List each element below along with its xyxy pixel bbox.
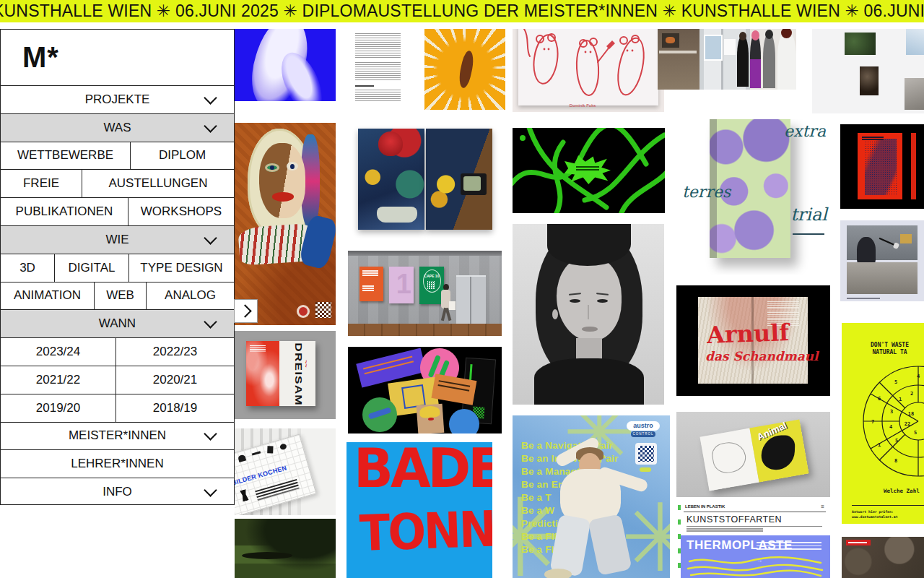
project-tile-dreisam-book[interactable]: DREISAM ~~ — [235, 331, 336, 419]
project-tile-bilder-kochen[interactable]: BILDER KOCHEN — [235, 428, 336, 515]
sidebar-label: INFO — [103, 485, 132, 499]
cover-text-placeholder — [862, 137, 884, 138]
microphone-arm — [879, 238, 897, 246]
sidebar-section-was[interactable]: WAS — [1, 113, 234, 142]
filter-publikationen[interactable]: PUBLIKATIONEN — [1, 198, 128, 225]
red-line-dog-drawing — [518, 29, 658, 105]
project-tile-badetonne[interactable]: BADE TONNE — [346, 442, 492, 578]
filter-2018-19[interactable]: 2018/19 — [116, 394, 234, 422]
chevron-down-icon — [204, 483, 217, 496]
shopping-bag — [449, 301, 456, 310]
chevron-down-icon — [204, 428, 217, 441]
red-book-cover — [858, 133, 902, 199]
sidebar-item-lehrerinnen[interactable]: LEHRER*INNEN — [1, 449, 234, 478]
qr-code-icon — [427, 281, 435, 289]
open-book: DREISAM ~~ — [246, 341, 315, 406]
sidebar-label: WANN — [99, 316, 136, 331]
chevron-right-icon — [238, 304, 251, 317]
filter-freie[interactable]: FREIE — [1, 170, 82, 197]
project-tile-austro-control-poster[interactable]: ✳ ✳ ✳ Be a Navigation*air Be an Innovati… — [513, 415, 670, 578]
project-tile-cape10-posters[interactable]: 1 CAPE 10 — [348, 251, 502, 336]
hamburger-menu-icon[interactable]: ≡ — [821, 504, 824, 510]
project-tile-book-text-page[interactable] — [346, 29, 408, 107]
project-tile-dog-drawings[interactable]: Dominik Fuks — [513, 29, 664, 112]
filter-workshops[interactable]: WORKSHOPS — [128, 198, 234, 225]
poster-headline: DON'T WASTE NATURAL TA — [871, 342, 909, 357]
strawberry-hood-figure — [378, 131, 403, 156]
filter-digital[interactable]: DIGITAL — [55, 254, 129, 282]
red-script-mark: ~~ — [304, 360, 310, 381]
project-tile-garden-photo[interactable] — [235, 519, 336, 578]
portrait-sweater — [534, 358, 644, 405]
text-lines-placeholder — [355, 33, 401, 58]
project-tile-thermoplaste-slide[interactable]: LEBEN IN PLASTIK ≡ KUNSTSTOFFARTEN THERM… — [676, 502, 830, 578]
filter-diplom[interactable]: DIPLOM — [131, 142, 234, 170]
filter-web[interactable]: WEB — [95, 282, 147, 310]
sidebar-section-wann[interactable]: WANN — [1, 309, 234, 337]
number-wheel-diagram — [850, 356, 924, 493]
project-tile-embroidered-portrait[interactable] — [235, 123, 336, 325]
filter-analog[interactable]: ANALOG — [147, 282, 234, 310]
filter-austellungen[interactable]: AUSTELLUNGEN — [82, 170, 234, 197]
visitor-silhouette — [777, 30, 796, 90]
shelf — [659, 51, 697, 53]
sidebar-expand-button[interactable] — [234, 299, 258, 323]
sidebar-item-projekte[interactable]: PROJEKTE — [1, 85, 234, 113]
project-tile-game-screenshot[interactable] — [842, 537, 924, 578]
slide-header-row: LEBEN IN PLASTIK ≡ — [684, 504, 826, 512]
magazine-left-page — [358, 129, 424, 230]
sidebar-item-info[interactable]: INFO — [1, 478, 234, 506]
filter-type-design[interactable]: TYPE DESIGN — [129, 254, 234, 282]
sidebar-section-wie[interactable]: WIE — [1, 225, 234, 254]
trampoline-shape — [242, 552, 292, 559]
project-tile-animal-magazine[interactable]: Animal — [676, 412, 830, 497]
sidebar-item-meisterinnen[interactable]: MEISTER*INNEN — [1, 422, 234, 450]
portrait-eye — [597, 299, 608, 303]
project-tile-exhibition-photo[interactable] — [658, 29, 796, 90]
project-tile-green-scribbles[interactable] — [513, 128, 665, 213]
red-cover-page — [246, 341, 279, 406]
project-tile-arnulf-book[interactable]: Arnulf das Schandmaul — [676, 285, 830, 396]
project-tile-sticker-collage[interactable] — [348, 347, 502, 434]
project-tile-collage-magazine[interactable] — [348, 123, 504, 238]
wall-poster — [704, 35, 723, 61]
lilac-poster: 1 — [389, 267, 414, 303]
filter-2020-21[interactable]: 2020/21 — [116, 366, 234, 394]
project-tile-red-book[interactable] — [840, 124, 924, 209]
filter-wettbewerbe[interactable]: WETTBEWERBE — [1, 142, 131, 170]
project-tile-bw-portrait[interactable] — [513, 224, 664, 405]
portrait-eye — [570, 299, 580, 303]
sidebar-label: LEHRER*INNEN — [71, 457, 163, 471]
yellow-cover: Animal — [749, 419, 808, 482]
sidebar-label: MEISTER*INNEN — [69, 428, 166, 443]
filter-2022-23[interactable]: 2022/23 — [116, 338, 234, 366]
page: KUNSTHALLE WIEN ✳ 06.JUNI 2025 ✳ DIPLOMA… — [0, 0, 924, 578]
filter-animation[interactable]: ANIMATION — [1, 282, 95, 310]
filter-2023-24[interactable]: 2023/24 — [1, 338, 116, 366]
chevron-down-icon — [204, 231, 217, 244]
portrait-ear — [552, 309, 558, 319]
filter-3d[interactable]: 3D — [1, 254, 55, 282]
project-tile-photo-grid-page[interactable] — [812, 29, 924, 113]
project-tile-extraterrestrial-book[interactable]: extra terres trial — [676, 119, 830, 275]
photo-sticker — [417, 404, 445, 434]
line-art-page — [699, 428, 759, 491]
poster-title: CAPE 10 — [419, 274, 444, 278]
picture-frame — [900, 234, 912, 243]
green-circle-sticker — [362, 397, 397, 432]
filter-2019-20[interactable]: 2019/20 — [1, 394, 116, 422]
project-tile-dont-waste-talent-poster[interactable]: DON'T WASTE NATURAL TA 4 5 6 7 1 8 2 1 — [842, 323, 924, 524]
project-tile-banana-poster[interactable] — [424, 29, 505, 110]
cover-caption-placeholder — [793, 233, 824, 235]
project-tile-podcast-photos[interactable] — [840, 220, 924, 301]
podcast-photo-bottom — [847, 262, 918, 294]
cover-word: trial — [790, 204, 827, 225]
arrow-icon: → — [757, 557, 762, 564]
project-tile-blue-figure[interactable] — [235, 29, 336, 101]
sidebar-label: PROJEKTE — [85, 92, 150, 107]
slide-kicker: LEBEN IN PLASTIK — [685, 504, 725, 509]
small-photo — [905, 78, 924, 110]
caption-placeholder — [847, 298, 880, 299]
filter-2021-22[interactable]: 2021/22 — [1, 366, 116, 394]
site-logo[interactable]: M* — [22, 41, 59, 74]
